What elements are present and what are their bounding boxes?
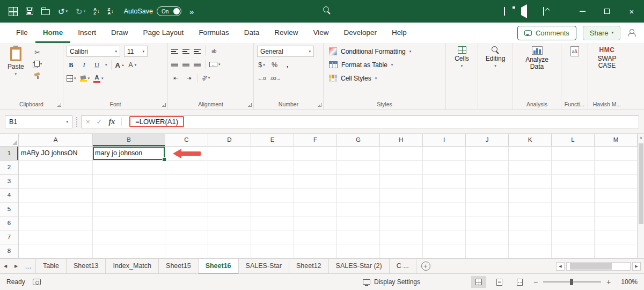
column-header-G[interactable]: G (337, 134, 380, 147)
column-header-J[interactable]: J (466, 134, 509, 147)
cell-K5[interactable] (509, 202, 552, 216)
cell-J6[interactable] (466, 216, 509, 230)
conditional-formatting-button[interactable]: Conditional Formatting ▾ (327, 45, 442, 58)
maximize-button[interactable] (595, 0, 619, 23)
cell-D6[interactable] (208, 216, 251, 230)
cell-F4[interactable] (294, 189, 337, 202)
ribbon-tab-formulas[interactable]: Formulas (191, 23, 236, 43)
ribbon-tab-draw[interactable]: Draw (104, 23, 136, 43)
analyze-data-button[interactable]: Analyze Data (513, 43, 561, 100)
cell-M4[interactable] (595, 189, 638, 202)
cell-I2[interactable] (423, 161, 466, 175)
comments-button[interactable]: Comments (517, 26, 576, 40)
ribbon-tab-page-layout[interactable]: Page Layout (136, 23, 192, 43)
cell-F3[interactable] (294, 175, 337, 189)
row-header-4[interactable]: 4 (0, 189, 19, 202)
cell-F8[interactable] (294, 244, 337, 258)
row-header-6[interactable]: 6 (0, 216, 19, 230)
format-as-table-button[interactable]: Format as Table ▾ (327, 58, 442, 71)
ribbon-tab-help[interactable]: Help (384, 23, 414, 43)
zoom-in-button[interactable]: + (605, 278, 612, 286)
undo-button[interactable]: ↺ ▾ (58, 8, 68, 16)
cell-A1[interactable]: mARy JO johnsON (19, 147, 93, 161)
cell-B8[interactable] (93, 244, 165, 258)
cell-A3[interactable] (19, 175, 93, 189)
column-header-D[interactable]: D (208, 134, 251, 147)
cell-G2[interactable] (337, 161, 380, 175)
normal-view-button[interactable] (471, 276, 486, 288)
cell-J5[interactable] (466, 202, 509, 216)
borders-button[interactable]: ▾ (67, 73, 76, 84)
align-right-button[interactable] (194, 61, 201, 68)
previous-sheet-button[interactable]: ◀ (0, 264, 11, 269)
cell-E5[interactable] (251, 202, 294, 216)
display-settings-button[interactable]: Display Settings (363, 278, 420, 286)
cell-M1[interactable] (595, 147, 638, 161)
underline-options-chevron[interactable]: ▾ (105, 63, 107, 67)
cell-K6[interactable] (509, 216, 552, 230)
row-header-2[interactable]: 2 (0, 161, 19, 175)
cell-K2[interactable] (509, 161, 552, 175)
cell-A2[interactable] (19, 161, 93, 175)
macro-record-icon[interactable] (33, 279, 41, 285)
cell-F7[interactable] (294, 230, 337, 244)
sheet-tab-sales-star[interactable]: SALES-Star (239, 259, 289, 274)
cell-M6[interactable] (595, 216, 638, 230)
cell-L8[interactable] (552, 244, 595, 258)
cell-C8[interactable] (165, 244, 208, 258)
sheet-tab-sheet15[interactable]: Sheet15 (159, 259, 199, 274)
cell-J2[interactable] (466, 161, 509, 175)
cell-J7[interactable] (466, 230, 509, 244)
cell-C6[interactable] (165, 216, 208, 230)
cell-J8[interactable] (466, 244, 509, 258)
sort-ascending-button[interactable]: AZ ↓ (93, 8, 99, 15)
zoom-level[interactable]: 100% (617, 278, 638, 286)
cell-D1[interactable] (208, 147, 251, 161)
decrease-decimal-button[interactable]: .00→ (270, 73, 281, 84)
cell-E4[interactable] (251, 189, 294, 202)
coming-soon-button[interactable] (521, 8, 527, 15)
row-header-5[interactable]: 5 (0, 202, 19, 216)
paste-button[interactable]: Paste ▾ (3, 46, 28, 100)
sheet-tab-index-match[interactable]: Index_Match (106, 259, 159, 274)
scroll-left-button[interactable]: ◀ (556, 262, 565, 271)
cell-B4[interactable] (93, 189, 165, 202)
decrease-indent-button[interactable]: ⇤ (171, 73, 180, 83)
font-size-select[interactable]: 11▾ (124, 46, 148, 57)
more-commands-button[interactable]: » (189, 8, 194, 16)
cell-J1[interactable] (466, 147, 509, 161)
cell-L1[interactable] (552, 147, 595, 161)
scroll-up-icon[interactable]: ▲ (638, 135, 644, 139)
cell-H4[interactable] (380, 189, 423, 202)
sheet-tab-c[interactable]: C ... (390, 259, 416, 274)
align-middle-button[interactable] (182, 48, 190, 54)
ribbon-tab-home[interactable]: Home (35, 23, 71, 43)
column-header-F[interactable]: F (294, 134, 337, 147)
scroll-right-button[interactable]: ▶ (632, 262, 641, 271)
ribbon-tab-file[interactable]: File (9, 23, 35, 43)
decrease-font-size-button[interactable]: A▼ (128, 60, 137, 70)
cell-A4[interactable] (19, 189, 93, 202)
cell-E6[interactable] (251, 216, 294, 230)
increase-font-size-button[interactable]: A▲ (115, 60, 125, 70)
cell-G6[interactable] (337, 216, 380, 230)
column-header-E[interactable]: E (251, 134, 294, 147)
cell-M5[interactable] (595, 202, 638, 216)
cell-C2[interactable] (165, 161, 208, 175)
cell-C7[interactable] (165, 230, 208, 244)
italic-button[interactable]: I (79, 60, 89, 70)
sheet-tab-sheet13[interactable]: Sheet13 (67, 259, 106, 274)
increase-indent-button[interactable]: ⇥ (184, 73, 193, 83)
sheet-tab-table[interactable]: Table (35, 259, 67, 274)
bold-button[interactable]: B (67, 60, 76, 70)
cell-G7[interactable] (337, 230, 380, 244)
formula-bar-resizer[interactable] (76, 117, 77, 127)
page-layout-view-button[interactable] (492, 276, 507, 288)
ribbon-tab-developer[interactable]: Developer (336, 23, 384, 43)
enter-formula-button[interactable]: ✓ (97, 118, 103, 126)
sheet-list-button[interactable]: … (21, 263, 35, 270)
cell-G8[interactable] (337, 244, 380, 258)
cell-D8[interactable] (208, 244, 251, 258)
ribbon-tab-insert[interactable]: Insert (70, 23, 104, 43)
cell-A6[interactable] (19, 216, 93, 230)
